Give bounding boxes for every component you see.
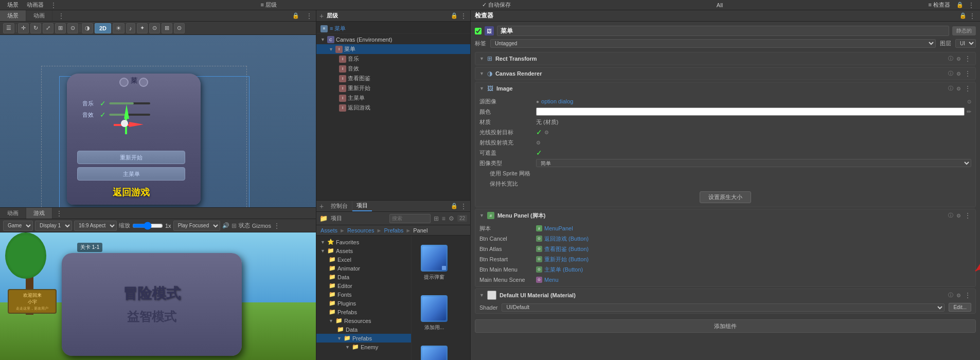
edit-btn[interactable]: Edit... [949, 303, 971, 312]
game-toolbar-dots[interactable]: ⋮ [273, 222, 280, 230]
tab-game[interactable]: 游戏 [26, 208, 52, 219]
default-material-header[interactable]: ▼ Default UI Material (Material) ⓘ ⚙ ⋮ [475, 289, 975, 301]
h-item-restart[interactable]: I 重新开始 [316, 83, 470, 93]
gizmos-label[interactable]: Gizmos [252, 223, 271, 229]
script-link[interactable]: MenuPanel [544, 225, 573, 231]
raycast-settings[interactable]: ⚙ [544, 130, 549, 135]
plus-project[interactable]: + [319, 202, 324, 210]
file-item-userlist[interactable]: 用户列表 [418, 343, 451, 360]
zoom-slider[interactable] [132, 222, 163, 230]
p-item-fonts[interactable]: 📁Fonts [316, 290, 411, 299]
project-search[interactable] [389, 214, 431, 223]
game-select[interactable]: Game [3, 221, 33, 231]
file-item-add[interactable]: 添加用... [418, 292, 451, 334]
tag-select[interactable]: Untagged [490, 39, 936, 48]
lock-hierarchy[interactable]: 🔒 [451, 12, 458, 19]
rect-transform-header[interactable]: ▼ ⊞ Rect Transform ⓘ ⚙ ⋮ [475, 52, 975, 65]
layout-icon2[interactable]: ≡ [442, 215, 446, 222]
menu-panel-header[interactable]: ▼ # Menu Panel (脚本) ⓘ ⚙ ⋮ [475, 209, 975, 222]
p-item-favorites[interactable]: ▼ ⭐ Favorites [316, 238, 411, 246]
p-item-res-prefabs[interactable]: ▼ 📁Prefabs [316, 334, 411, 343]
scene-gizmos-btn[interactable]: ⊙ [149, 23, 160, 33]
menu-panel-menu-icon[interactable]: ⋮ [964, 211, 971, 220]
dots-project[interactable]: ⋮ [460, 202, 467, 210]
btn-restart-value[interactable]: 重新开始 (Button) [544, 256, 589, 263]
dots-inspector[interactable]: ⋮ [969, 12, 976, 20]
aspect-select[interactable]: 16:9 Aspect [74, 221, 117, 231]
hierarchy-menu-btn[interactable]: ≡ ≡ 菜单 [316, 24, 470, 34]
display-select[interactable]: Display 1 [35, 221, 72, 231]
p-item-assets[interactable]: ▼ 📁 Assets [316, 246, 411, 255]
scene-viewport[interactable]: 菜 音乐 ✓ 音效 ✓ [0, 35, 316, 207]
h-item-music[interactable]: I 音乐 [316, 54, 470, 64]
tab-scene[interactable]: 场景 [0, 10, 26, 21]
mat-settings-icon[interactable]: ⚙ [956, 293, 961, 298]
shading-btn[interactable]: ◑ [82, 23, 93, 33]
btn-atlas-value[interactable]: 查看图鉴 (Button) [544, 245, 589, 253]
menu-panel-settings-icon[interactable]: ⚙ [956, 213, 961, 219]
source-image-value[interactable]: option dialog [541, 98, 573, 104]
image-settings-icon[interactable]: ⚙ [956, 86, 961, 92]
p-item-res-data[interactable]: 📁Data [316, 325, 411, 334]
rect-settings-icon[interactable]: ⚙ [956, 56, 961, 62]
menu-panel-info-icon[interactable]: ⓘ [948, 212, 953, 219]
p-item-prefabs[interactable]: 📁Prefabs [316, 308, 411, 316]
p-item-excel[interactable]: 📁Excel [316, 255, 411, 264]
image-menu-icon[interactable]: ⋮ [964, 84, 971, 93]
lock-inspector[interactable]: 🔒 [959, 12, 967, 19]
menu-dots[interactable]: ⋮ [48, 1, 59, 9]
obj-name-input[interactable] [497, 26, 949, 36]
image-type-select[interactable]: 简单 [536, 159, 971, 167]
play-focused-select[interactable]: Play Focused [173, 221, 220, 231]
layout-icon1[interactable]: ⊞ [434, 215, 439, 222]
view-mode-game[interactable]: ⊞ [231, 222, 237, 229]
obj-active-checkbox[interactable] [475, 28, 482, 34]
p-item-enemy[interactable]: ▼ 📁Enemy [316, 343, 411, 351]
p-item-animator[interactable]: 📁Animator [316, 264, 411, 273]
lock-icon-top[interactable]: 🔒 [954, 2, 966, 8]
rect-info-icon[interactable]: ⓘ [948, 55, 953, 62]
p-item-data[interactable]: 📁Data [316, 273, 411, 281]
dots-hierarchy[interactable]: ⋮ [460, 12, 467, 20]
btn-cancel-value[interactable]: 返回游戏 (Button) [544, 235, 589, 243]
lock-scene[interactable]: 🔒 [289, 12, 302, 19]
image-info-icon[interactable]: ⓘ [948, 85, 953, 92]
audio-btn[interactable]: ♪ [126, 23, 135, 33]
image-header[interactable]: ▼ 🖼 Image ⓘ ⚙ ⋮ [475, 82, 975, 95]
canvas-menu-icon[interactable]: ⋮ [964, 69, 971, 78]
scale-tool-btn[interactable]: ⤢ [43, 23, 54, 33]
fx-btn[interactable]: ✦ [137, 23, 148, 33]
tab-animation[interactable]: 动画 [26, 10, 52, 21]
menu-animator[interactable]: 动画器 [23, 1, 48, 9]
game-viewport[interactable]: 欢迎回来 小宇 走走这里，更改用户 关卡 1-1 冒险模式 益智模式 [0, 232, 316, 360]
dots-scene[interactable]: ⋮ [302, 12, 316, 20]
breadcrumb-prefabs[interactable]: Prefabs [384, 227, 403, 233]
layer-select[interactable]: UI [955, 39, 976, 48]
main-menu-scene-value[interactable]: Menu [544, 277, 559, 283]
set-native-size-btn[interactable]: 设置原生大小 [700, 191, 751, 203]
tab-console[interactable]: 控制台 [327, 201, 352, 211]
snap-btn[interactable]: ⊙ [174, 23, 185, 33]
source-image-target[interactable]: ⊙ [967, 99, 971, 104]
h-item-mainmenu[interactable]: I 主菜单 [316, 93, 470, 103]
p-item-plugins[interactable]: 📁Plugins [316, 299, 411, 308]
p-item-editor[interactable]: 📁Editor [316, 281, 411, 290]
rotate-tool-btn[interactable]: ↻ [30, 23, 41, 33]
breadcrumb-resources[interactable]: Resources [347, 227, 375, 233]
light-btn[interactable]: ☀ [113, 23, 124, 33]
autosave-toggle[interactable]: ✓ 自动保存 [478, 1, 515, 9]
canvas-settings-icon[interactable]: ⚙ [956, 71, 961, 77]
grid-btn[interactable]: ⊞ [162, 23, 172, 33]
extra-tool-btn[interactable]: ⊙ [67, 23, 78, 33]
menu-scene[interactable]: 场景 [3, 1, 23, 9]
hand-tool-btn[interactable]: ☰ [3, 23, 14, 33]
tab-animation-game[interactable]: 动画 [0, 208, 26, 219]
maskable-check[interactable]: ✓ [536, 149, 542, 157]
mat-info-icon[interactable]: ⓘ [948, 292, 953, 299]
dots-top-right[interactable]: ⋮ [966, 1, 977, 9]
move-tool-btn[interactable]: ✛ [18, 23, 29, 33]
btn-mainmenu-value[interactable]: 主菜单 (Button) [544, 266, 583, 274]
add-component-btn[interactable]: 添加组件 [475, 319, 976, 333]
raycast-check[interactable]: ✓ [536, 128, 542, 136]
mat-menu-icon[interactable]: ⋮ [964, 291, 971, 299]
